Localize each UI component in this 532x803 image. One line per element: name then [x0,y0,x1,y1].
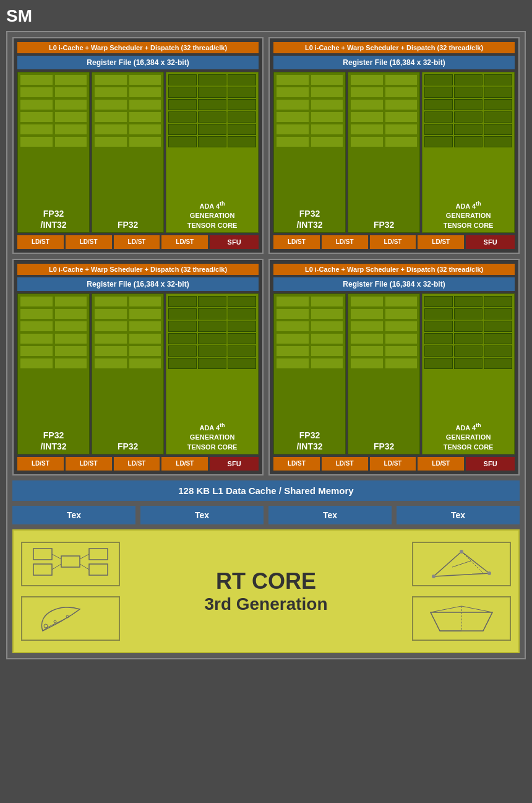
cell [350,99,384,110]
cell [276,74,309,85]
cell [484,358,512,369]
cell [20,321,53,332]
fp32-int32-label-1: FP32/INT32 [20,208,87,230]
fp32-label-1: FP32 [94,219,161,230]
cell [168,321,197,332]
cell [276,111,309,123]
svg-point-16 [487,571,491,575]
cell [454,296,483,307]
fp32-int32-unit-1: FP32/INT32 [17,72,90,233]
cell [94,345,127,357]
cell [198,99,226,110]
fp32-int32-unit-2: FP32/INT32 [273,72,346,233]
cell [94,87,127,98]
fp32-label-2: FP32 [350,219,418,230]
cell [198,296,226,307]
l0-cache-bar-1: L0 i-Cache + Warp Scheduler + Dispatch (… [17,42,259,53]
cell [198,111,226,123]
bottom-units-4: LD/ST LD/ST LD/ST LD/ST SFU [273,457,515,471]
cell [198,74,226,85]
cell [484,308,512,319]
cell [54,308,88,319]
ldst-4b: LD/ST [322,457,368,471]
sub-sm-4: L0 i-Cache + Warp Scheduler + Dispatch (… [268,259,520,475]
ldst-2c: LD/ST [370,235,416,249]
cell [54,74,88,85]
cell [385,345,418,357]
ldst-3b: LD/ST [66,457,112,471]
cell [311,74,344,85]
cell [350,111,384,123]
cell [129,124,162,135]
cell [168,74,197,85]
ldst-4a: LD/ST [273,457,320,471]
cell [311,296,344,307]
cell [276,345,309,357]
cell [484,296,512,307]
bottom-units-2: LD/ST LD/ST LD/ST LD/ST SFU [273,235,515,249]
cell [484,321,512,332]
ldst-4d: LD/ST [418,457,464,471]
cell [198,345,226,357]
cell [94,308,127,319]
cell [484,87,512,98]
cell [385,136,418,147]
cell [276,87,309,98]
cell [424,136,453,147]
tensor-core-3: ADA 4thGENERATIONTENSOR CORE [166,293,259,454]
rt-diagram-left [21,542,120,641]
cell [94,99,127,110]
cell [168,308,197,319]
cell [168,124,197,135]
cell [311,136,344,147]
rt-core-text: RT CORE 3rd Generation [120,568,412,614]
cell [276,124,309,135]
wireframe-diagram-svg [421,600,502,637]
tex-row: Tex Tex Tex Tex [12,506,520,524]
sfu-1: SFU [210,235,259,249]
quad-grid: L0 i-Cache + Warp Scheduler + Dispatch (… [12,37,520,475]
cell [129,308,162,319]
rt-core-section: RT CORE 3rd Generation [12,529,520,653]
cell [228,296,256,307]
cell [168,345,197,357]
svg-rect-0 [33,549,52,560]
cell [54,296,88,307]
ldst-3c: LD/ST [114,457,160,471]
cell [484,99,512,110]
cell [129,111,162,123]
cell [454,136,483,147]
compute-units-1: FP32/INT32 FP32 [17,72,259,233]
ldst-2b: LD/ST [322,235,368,249]
cell [228,124,256,135]
svg-line-19 [431,612,440,631]
ldst-1a: LD/ST [17,235,64,249]
register-file-bar-4: Register File (16,384 x 32-bit) [273,277,515,291]
cell [20,333,53,344]
rt-core-title: RT CORE [120,568,412,594]
cell [20,74,53,85]
svg-rect-1 [33,564,52,575]
fp32-unit-1: FP32 [92,72,164,233]
cell [454,74,483,85]
cell [350,345,384,357]
cell [424,296,453,307]
cell [54,358,88,369]
cell [484,74,512,85]
tensor-label-4: ADA 4thGENERATIONTENSOR CORE [424,422,512,452]
register-file-bar-3: Register File (16,384 x 32-bit) [17,277,259,291]
svg-rect-3 [89,564,108,575]
main-container: L0 i-Cache + Warp Scheduler + Dispatch (… [6,31,526,659]
cell [198,87,226,98]
rt-diagram-right [412,542,511,641]
cell [276,136,309,147]
cell [54,136,88,147]
leaf-diagram-svg [30,600,111,637]
svg-line-5 [52,554,61,559]
cell [198,321,226,332]
svg-line-6 [52,564,61,570]
cell [385,333,418,344]
sfu-4: SFU [466,457,515,471]
cell [484,345,512,357]
cell [129,321,162,332]
